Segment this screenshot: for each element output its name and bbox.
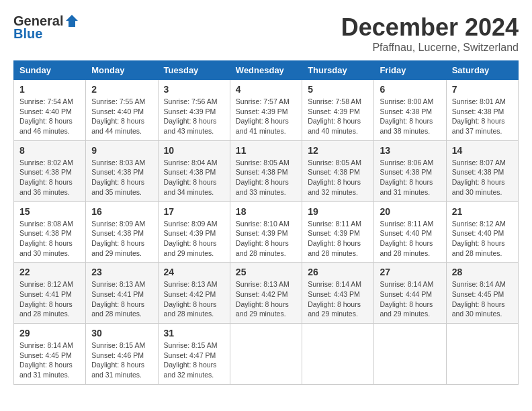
sunset-label: Sunset: 4:38 PM xyxy=(308,168,360,176)
sunset-label: Sunset: 4:38 PM xyxy=(164,168,216,176)
calendar-cell: 30 Sunrise: 8:15 AM Sunset: 4:46 PM Dayl… xyxy=(86,324,158,385)
day-number: 4 xyxy=(236,84,296,95)
sunrise-label: Sunrise: 8:03 AM xyxy=(91,158,145,167)
daylight-label: Daylight: 8 hours and 35 minutes. xyxy=(91,178,144,196)
day-number: 7 xyxy=(452,84,513,95)
sunrise-label: Sunrise: 8:05 AM xyxy=(236,158,290,167)
day-number: 19 xyxy=(308,206,368,217)
sunrise-label: Sunrise: 8:01 AM xyxy=(452,97,506,105)
day-number: 31 xyxy=(164,328,224,338)
daylight-label: Daylight: 8 hours and 31 minutes. xyxy=(19,361,73,379)
sunrise-label: Sunrise: 8:02 AM xyxy=(19,158,73,167)
calendar-cell: 12 Sunrise: 8:05 AM Sunset: 4:38 PM Dayl… xyxy=(302,140,374,201)
daylight-label: Daylight: 8 hours and 29 minutes. xyxy=(91,239,144,257)
sunset-label: Sunset: 4:39 PM xyxy=(236,229,288,237)
day-info: Sunrise: 8:15 AM Sunset: 4:46 PM Dayligh… xyxy=(91,340,152,380)
day-info: Sunrise: 8:14 AM Sunset: 4:45 PM Dayligh… xyxy=(452,279,513,319)
calendar-cell: 11 Sunrise: 8:05 AM Sunset: 4:38 PM Dayl… xyxy=(230,140,302,201)
page-header: General Blue December 2024 Pfaffnau, Luc… xyxy=(13,13,519,54)
day-number: 18 xyxy=(236,206,296,217)
daylight-label: Daylight: 8 hours and 28 minutes. xyxy=(380,239,433,257)
sunset-label: Sunset: 4:46 PM xyxy=(91,351,144,359)
daylight-label: Daylight: 8 hours and 28 minutes. xyxy=(308,239,361,257)
calendar-cell: 4 Sunrise: 7:57 AM Sunset: 4:39 PM Dayli… xyxy=(230,80,302,141)
daylight-label: Daylight: 8 hours and 29 minutes. xyxy=(164,239,217,257)
daylight-label: Daylight: 8 hours and 28 minutes. xyxy=(19,300,73,318)
day-info: Sunrise: 8:13 AM Sunset: 4:41 PM Dayligh… xyxy=(91,279,152,319)
location-subtitle: Pfaffnau, Lucerne, Switzerland xyxy=(341,42,519,54)
daylight-label: Daylight: 8 hours and 38 minutes. xyxy=(380,117,433,135)
daylight-label: Daylight: 8 hours and 40 minutes. xyxy=(308,117,361,135)
calendar-cell: 31 Sunrise: 8:15 AM Sunset: 4:47 PM Dayl… xyxy=(158,324,230,385)
sunrise-label: Sunrise: 8:04 AM xyxy=(164,158,218,167)
sunrise-label: Sunrise: 8:13 AM xyxy=(236,280,290,288)
daylight-label: Daylight: 8 hours and 30 minutes. xyxy=(452,178,505,196)
day-number: 21 xyxy=(452,206,513,217)
calendar-cell xyxy=(230,324,302,385)
sunrise-label: Sunrise: 8:14 AM xyxy=(380,280,433,288)
daylight-label: Daylight: 8 hours and 32 minutes. xyxy=(308,178,361,196)
header-wednesday: Wednesday xyxy=(230,61,302,80)
daylight-label: Daylight: 8 hours and 44 minutes. xyxy=(91,117,144,135)
calendar-cell: 7 Sunrise: 8:01 AM Sunset: 4:38 PM Dayli… xyxy=(446,80,518,141)
day-info: Sunrise: 8:13 AM Sunset: 4:42 PM Dayligh… xyxy=(164,279,224,319)
daylight-label: Daylight: 8 hours and 46 minutes. xyxy=(19,117,73,135)
day-info: Sunrise: 8:15 AM Sunset: 4:47 PM Dayligh… xyxy=(164,340,224,380)
daylight-label: Daylight: 8 hours and 31 minutes. xyxy=(91,361,144,379)
daylight-label: Daylight: 8 hours and 34 minutes. xyxy=(164,178,217,196)
daylight-label: Daylight: 8 hours and 43 minutes. xyxy=(164,117,217,135)
month-title: December 2024 xyxy=(341,13,519,42)
day-info: Sunrise: 8:14 AM Sunset: 4:44 PM Dayligh… xyxy=(380,279,440,319)
title-block: December 2024 Pfaffnau, Lucerne, Switzer… xyxy=(341,13,519,54)
sunrise-label: Sunrise: 8:09 AM xyxy=(91,220,145,228)
daylight-label: Daylight: 8 hours and 36 minutes. xyxy=(19,178,73,196)
sunset-label: Sunset: 4:39 PM xyxy=(308,229,360,237)
calendar-cell: 6 Sunrise: 8:00 AM Sunset: 4:38 PM Dayli… xyxy=(374,80,446,141)
sunrise-label: Sunrise: 7:54 AM xyxy=(19,97,73,105)
calendar-cell: 19 Sunrise: 8:11 AM Sunset: 4:39 PM Dayl… xyxy=(302,201,374,263)
logo-blue: Blue xyxy=(13,26,42,42)
day-info: Sunrise: 8:10 AM Sunset: 4:39 PM Dayligh… xyxy=(236,219,296,259)
day-info: Sunrise: 8:08 AM Sunset: 4:38 PM Dayligh… xyxy=(19,219,80,259)
calendar-cell: 22 Sunrise: 8:12 AM Sunset: 4:41 PM Dayl… xyxy=(14,263,86,324)
day-number: 12 xyxy=(308,145,368,156)
daylight-label: Daylight: 8 hours and 28 minutes. xyxy=(164,300,217,318)
day-info: Sunrise: 8:12 AM Sunset: 4:41 PM Dayligh… xyxy=(19,279,80,319)
calendar-cell: 1 Sunrise: 7:54 AM Sunset: 4:40 PM Dayli… xyxy=(14,80,86,141)
day-number: 3 xyxy=(164,84,224,95)
day-number: 17 xyxy=(164,206,224,217)
day-info: Sunrise: 8:07 AM Sunset: 4:38 PM Dayligh… xyxy=(452,158,513,197)
day-number: 1 xyxy=(19,84,80,95)
sunset-label: Sunset: 4:40 PM xyxy=(452,229,504,237)
day-number: 14 xyxy=(452,145,513,156)
sunset-label: Sunset: 4:43 PM xyxy=(308,290,360,298)
day-number: 23 xyxy=(91,267,152,277)
calendar-header-row: SundayMondayTuesdayWednesdayThursdayFrid… xyxy=(14,61,519,80)
sunrise-label: Sunrise: 7:57 AM xyxy=(236,97,290,105)
sunrise-label: Sunrise: 8:14 AM xyxy=(19,341,73,349)
day-info: Sunrise: 8:06 AM Sunset: 4:38 PM Dayligh… xyxy=(380,158,440,197)
day-info: Sunrise: 8:14 AM Sunset: 4:45 PM Dayligh… xyxy=(19,340,80,380)
sunset-label: Sunset: 4:40 PM xyxy=(380,229,432,237)
day-number: 26 xyxy=(308,267,368,277)
day-number: 8 xyxy=(19,145,80,156)
daylight-label: Daylight: 8 hours and 29 minutes. xyxy=(308,300,361,318)
sunrise-label: Sunrise: 8:14 AM xyxy=(308,280,361,288)
sunrise-label: Sunrise: 8:05 AM xyxy=(308,158,361,167)
day-number: 20 xyxy=(380,206,440,217)
sunrise-label: Sunrise: 8:00 AM xyxy=(380,97,433,105)
calendar-cell xyxy=(302,324,374,385)
sunset-label: Sunset: 4:38 PM xyxy=(236,168,288,176)
daylight-label: Daylight: 8 hours and 28 minutes. xyxy=(236,239,289,257)
calendar-cell: 29 Sunrise: 8:14 AM Sunset: 4:45 PM Dayl… xyxy=(14,324,86,385)
day-number: 13 xyxy=(380,145,440,156)
sunrise-label: Sunrise: 8:11 AM xyxy=(380,220,433,228)
day-info: Sunrise: 8:05 AM Sunset: 4:38 PM Dayligh… xyxy=(308,158,368,197)
sunset-label: Sunset: 4:40 PM xyxy=(91,107,144,116)
sunrise-label: Sunrise: 7:55 AM xyxy=(91,97,145,105)
day-info: Sunrise: 8:09 AM Sunset: 4:39 PM Dayligh… xyxy=(164,219,224,259)
day-number: 16 xyxy=(91,206,152,217)
daylight-label: Daylight: 8 hours and 41 minutes. xyxy=(236,117,289,135)
sunset-label: Sunset: 4:38 PM xyxy=(380,107,432,116)
header-monday: Monday xyxy=(86,61,158,80)
